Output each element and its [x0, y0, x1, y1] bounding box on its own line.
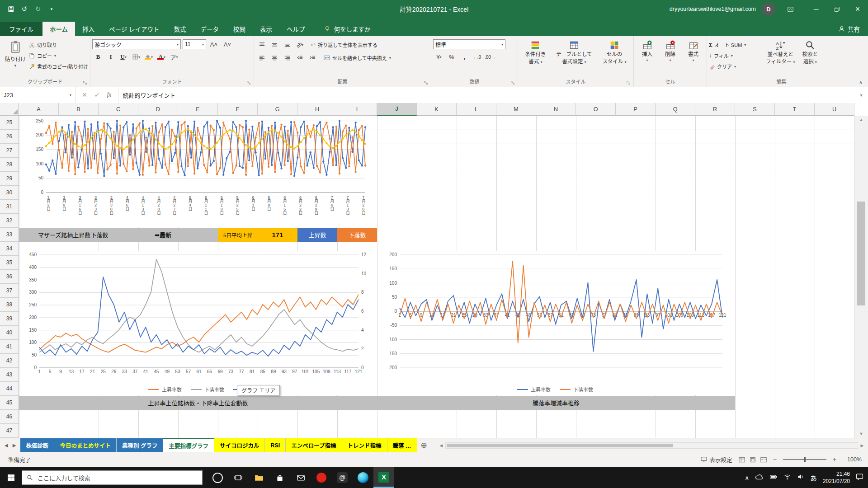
expand-formula-bar-icon[interactable]: ▾: [854, 87, 868, 103]
zoom-in-icon[interactable]: +: [833, 456, 836, 463]
dialog-launcher-icon[interactable]: [626, 80, 631, 85]
autosum-button[interactable]: Σ オート SUM▾: [709, 40, 762, 49]
onedrive-cloud-icon[interactable]: [755, 474, 764, 482]
cut-button[interactable]: 切り取り: [29, 40, 88, 49]
column-header-D[interactable]: D: [138, 103, 178, 116]
fill-color-button[interactable]: ▾: [143, 52, 155, 62]
italic-button[interactable]: I: [105, 52, 117, 62]
avg-up-value-cell[interactable]: 171: [258, 228, 297, 242]
row-header-40[interactable]: 40: [0, 326, 19, 340]
align-bottom-button[interactable]: [281, 40, 293, 50]
borders-button[interactable]: ▾: [130, 52, 142, 62]
row-header-44[interactable]: 44: [0, 382, 19, 396]
row-header-33[interactable]: 33: [0, 228, 19, 242]
column-header-O[interactable]: O: [576, 103, 616, 116]
at-app-icon[interactable]: @: [332, 467, 353, 488]
select-all-corner[interactable]: [0, 103, 19, 116]
decrease-indent-button[interactable]: [294, 53, 306, 63]
dialog-launcher-icon[interactable]: [83, 80, 87, 85]
share-button[interactable]: 共有: [839, 22, 868, 36]
row-header-42[interactable]: 42: [0, 354, 19, 368]
column-header-G[interactable]: G: [258, 103, 297, 116]
taskbar-search-box[interactable]: ここに入力して検索: [22, 470, 203, 485]
percent-style-button[interactable]: %: [446, 52, 458, 62]
align-center-button[interactable]: [269, 53, 280, 63]
scroll-up-icon[interactable]: ▲: [854, 116, 868, 124]
orientation-button[interactable]: ab▾: [294, 40, 306, 50]
font-color-button[interactable]: A▾: [156, 52, 167, 62]
row-header-35[interactable]: 35: [0, 256, 19, 270]
vertical-scroll-thumb[interactable]: [857, 202, 865, 305]
insert-cells-button[interactable]: 挿入▾: [638, 38, 656, 63]
cells-grid[interactable]: 0501001502002503月2日3月9日3月16日3月23日3月30日4月…: [19, 116, 854, 438]
row-header-31[interactable]: 31: [0, 200, 19, 214]
red-app-icon[interactable]: [311, 467, 332, 488]
row-header-25[interactable]: 25: [0, 116, 19, 130]
fill-button[interactable]: ↓ フィル▾: [709, 51, 762, 60]
format-cells-button[interactable]: 書式▾: [684, 38, 702, 63]
increase-decimal-button[interactable]: ←.0: [471, 52, 483, 62]
sheet-tab-エンベロープ指標[interactable]: エンベロープ指標: [286, 438, 342, 452]
find-select-button[interactable]: 検索と 選択 ▾: [799, 38, 822, 65]
format-painter-button[interactable]: 書式のコピー/貼り付け: [29, 62, 88, 71]
ribbon-tab-ページ レイアウト[interactable]: ページ レイアウト: [102, 22, 166, 36]
sheet-tab-今日のまとめサイト[interactable]: 今日のまとめサイト: [54, 438, 117, 452]
sheet-tab-主要指標グラフ[interactable]: 主要指標グラフ: [163, 438, 214, 452]
row-header-45[interactable]: 45: [0, 396, 19, 410]
ribbon-tab-ヘルプ[interactable]: ヘルプ: [279, 22, 312, 36]
scroll-down-icon[interactable]: ▼: [854, 430, 868, 438]
dialog-launcher-icon[interactable]: [510, 80, 515, 85]
sheet-tab-RSI[interactable]: RSI: [265, 438, 286, 452]
undo-icon[interactable]: ↺: [20, 5, 29, 14]
delete-cells-button[interactable]: 削除▾: [661, 38, 679, 63]
page-break-view-icon[interactable]: [760, 457, 767, 463]
row-header-28[interactable]: 28: [0, 158, 19, 172]
volume-icon[interactable]: [797, 474, 804, 482]
mail-icon[interactable]: [290, 467, 311, 488]
row-header-47[interactable]: 47: [0, 424, 19, 438]
microsoft-store-icon[interactable]: [269, 467, 290, 488]
ribbon-tab-校閲[interactable]: 校閲: [226, 22, 253, 36]
dialog-launcher-icon[interactable]: [424, 80, 428, 85]
column-header-R[interactable]: R: [695, 103, 735, 116]
align-right-button[interactable]: [281, 53, 293, 63]
file-explorer-icon[interactable]: [249, 467, 269, 488]
column-header-L[interactable]: L: [457, 103, 496, 116]
column-header-S[interactable]: S: [735, 103, 775, 116]
align-top-button[interactable]: [256, 40, 268, 50]
sort-filter-button[interactable]: AZ 並べ替えと フィルター ▾: [762, 38, 799, 65]
redo-icon[interactable]: ↻: [33, 5, 42, 14]
phonetic-guide-button[interactable]: ア▾: [168, 52, 180, 62]
ribbon-tab-表示[interactable]: 表示: [253, 22, 279, 36]
column-header-J[interactable]: J: [377, 103, 417, 116]
ribbon-tab-ホーム[interactable]: ホーム: [42, 22, 75, 36]
column-header-N[interactable]: N: [536, 103, 576, 116]
ribbon-tab-挿入[interactable]: 挿入: [75, 22, 102, 36]
down-count-label-cell[interactable]: 下落数: [337, 228, 377, 242]
ribbon-tab-ファイル[interactable]: ファイル: [0, 22, 42, 36]
sheet-tab-株価診断[interactable]: 株価診断: [20, 438, 54, 452]
edge-browser-icon[interactable]: [353, 467, 373, 488]
wifi-icon[interactable]: [783, 474, 791, 482]
close-button[interactable]: ×: [847, 0, 868, 18]
column-header-C[interactable]: C: [99, 103, 138, 116]
band33-gray-cell[interactable]: マザーズ銘柄上昇数下落数 ➡最新: [19, 228, 218, 242]
merge-center-button[interactable]: セルを結合して中央揃え▾: [324, 53, 391, 62]
row-header-41[interactable]: 41: [0, 340, 19, 354]
scroll-right-icon[interactable]: ▶: [858, 443, 866, 448]
customize-qat-icon[interactable]: ▾: [47, 5, 56, 14]
action-center-icon[interactable]: [856, 473, 863, 482]
account-email[interactable]: dryyourtearswithlove1@gmail.com: [670, 6, 756, 12]
row-header-39[interactable]: 39: [0, 312, 19, 326]
ribbon-tab-データ[interactable]: データ: [193, 22, 226, 36]
column-header-Q[interactable]: Q: [656, 103, 695, 116]
start-button[interactable]: [0, 467, 22, 488]
column-header-I[interactable]: I: [337, 103, 377, 116]
font-size-select[interactable]: 11▾: [183, 39, 206, 49]
save-icon[interactable]: [6, 5, 15, 14]
row-header-43[interactable]: 43: [0, 368, 19, 382]
dialog-launcher-icon[interactable]: [246, 80, 251, 85]
row-header-27[interactable]: 27: [0, 144, 19, 158]
ribbon-display-options-icon[interactable]: [781, 0, 799, 18]
sheet-tab-騰落 …[interactable]: 騰落 …: [387, 438, 417, 452]
